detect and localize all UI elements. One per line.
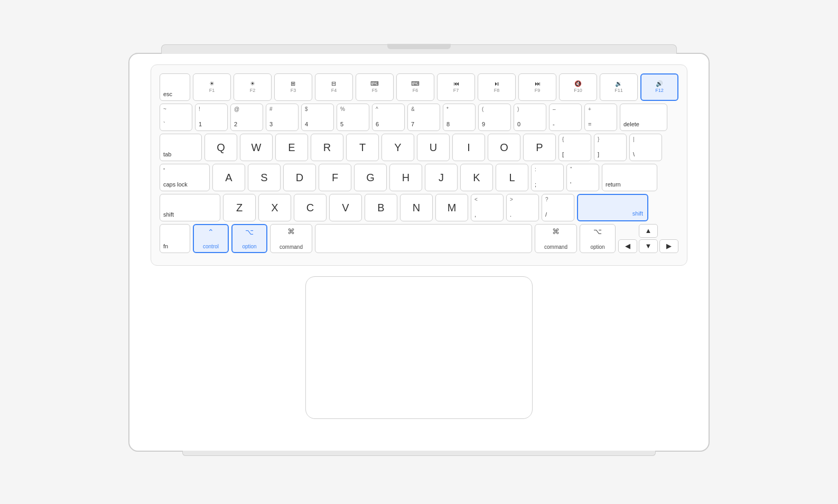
key-comma[interactable]: < , [471,194,504,221]
key-7-label: 7 [411,121,414,128]
key-l[interactable]: L [496,164,528,191]
key-j[interactable]: J [425,164,458,191]
key-f-label: F [332,171,338,184]
key-capslock[interactable]: • caps lock [160,164,210,191]
key-f7[interactable]: ⏮ F7 [437,73,475,101]
key-esc[interactable]: esc [160,73,190,101]
key-z[interactable]: Z [223,194,256,221]
key-underscore: – [553,106,556,113]
key-f11-icon: 🔉 [615,80,622,87]
key-6[interactable]: ^ 6 [372,104,405,131]
key-bracket-open[interactable]: { [ [558,134,591,161]
key-f2-icon: ☀ [250,80,255,87]
key-fn[interactable]: fn [160,224,190,253]
key-0[interactable]: ) 0 [514,104,546,131]
key-f8[interactable]: ⏯ F8 [478,73,516,101]
key-tilde: ~ [163,106,166,113]
key-f6[interactable]: ⌨ F6 [396,73,434,101]
key-at: @ [234,106,239,113]
key-slash[interactable]: ? / [542,194,574,221]
key-i[interactable]: I [452,134,485,161]
key-greater-than: > [510,197,513,203]
key-o[interactable]: O [488,134,520,161]
key-f12[interactable]: 🔊 F12 [640,73,678,101]
key-1[interactable]: ! 1 [195,104,228,131]
key-f3[interactable]: ⊞ F3 [274,73,312,101]
key-u-label: U [430,141,437,154]
key-arrow-right[interactable]: ▶ [659,239,678,253]
key-f7-label: F7 [453,88,459,94]
key-less-than: < [474,197,478,203]
key-e[interactable]: E [275,134,308,161]
key-option-right[interactable]: ⌥ option [580,224,616,253]
laptop-body: esc ☀ F1 ☀ F2 ⊞ F3 [128,53,710,452]
key-f[interactable]: F [319,164,351,191]
key-command-right[interactable]: ⌘ command [535,224,577,253]
key-r[interactable]: R [311,134,343,161]
key-f5[interactable]: ⌨ F5 [356,73,394,101]
key-y[interactable]: Y [381,134,414,161]
key-minus[interactable]: – - [549,104,582,131]
key-semicolon[interactable]: : ; [531,164,564,191]
key-return[interactable]: return [602,164,657,191]
key-quote-label: ' [570,181,571,188]
key-x[interactable]: X [258,194,291,221]
key-period[interactable]: > . [506,194,539,221]
key-backtick[interactable]: ~ ` [160,104,192,131]
key-a[interactable]: A [212,164,245,191]
key-arrow-down[interactable]: ▼ [639,239,658,253]
key-f4[interactable]: ⊟ F4 [315,73,353,101]
key-f9[interactable]: ⏭ F9 [518,73,556,101]
key-f10-icon: 🔇 [574,80,582,87]
key-9[interactable]: ( 9 [478,104,511,131]
key-g[interactable]: G [354,164,387,191]
key-command-left-label: command [280,244,303,250]
key-7[interactable]: & 7 [407,104,440,131]
key-8[interactable]: * 8 [443,104,476,131]
key-delete[interactable]: delete [620,104,667,131]
key-t-label: T [359,141,366,154]
key-spacebar[interactable] [315,224,532,253]
key-shift-left[interactable]: shift [160,194,220,221]
key-option-left[interactable]: ⌥ option [231,224,267,253]
key-shift-right[interactable]: shift [577,194,648,221]
key-c[interactable]: C [294,194,327,221]
key-f10[interactable]: 🔇 F10 [559,73,597,101]
key-arrow-left[interactable]: ◀ [618,239,637,253]
key-f6-icon: ⌨ [411,80,420,87]
shift-row: shift Z X C V B N M < , > . ? / shift [160,194,678,221]
key-f1[interactable]: ☀ F1 [193,73,231,101]
key-control[interactable]: ⌃ control [193,224,229,253]
key-b[interactable]: B [365,194,397,221]
key-command-right-label: command [544,244,567,250]
key-doublequote: " [570,166,572,173]
key-quote[interactable]: " ' [566,164,599,191]
key-v[interactable]: V [329,194,362,221]
key-4[interactable]: $ 4 [301,104,334,131]
key-f12-icon: 🔊 [656,80,663,87]
key-bracket-close[interactable]: } ] [594,134,627,161]
key-2[interactable]: @ 2 [230,104,263,131]
key-h[interactable]: H [389,164,422,191]
key-s[interactable]: S [248,164,281,191]
key-equals[interactable]: + = [584,104,617,131]
key-backslash[interactable]: | \ [629,134,662,161]
key-d[interactable]: D [283,164,316,191]
key-n[interactable]: N [400,194,433,221]
key-m[interactable]: M [435,194,468,221]
key-t[interactable]: T [346,134,379,161]
key-tab[interactable]: tab [160,134,202,161]
key-arrow-up[interactable]: ▲ [639,224,658,238]
key-3[interactable]: # 3 [266,104,299,131]
trackpad[interactable] [305,276,533,419]
key-f2[interactable]: ☀ F2 [234,73,272,101]
key-k[interactable]: K [460,164,493,191]
key-u[interactable]: U [417,134,450,161]
key-w[interactable]: W [240,134,273,161]
key-q[interactable]: Q [204,134,237,161]
key-f11[interactable]: 🔉 F11 [600,73,638,101]
key-command-left[interactable]: ⌘ command [270,224,312,253]
key-p[interactable]: P [523,134,556,161]
key-5[interactable]: % 5 [337,104,369,131]
key-control-label: control [203,244,219,250]
